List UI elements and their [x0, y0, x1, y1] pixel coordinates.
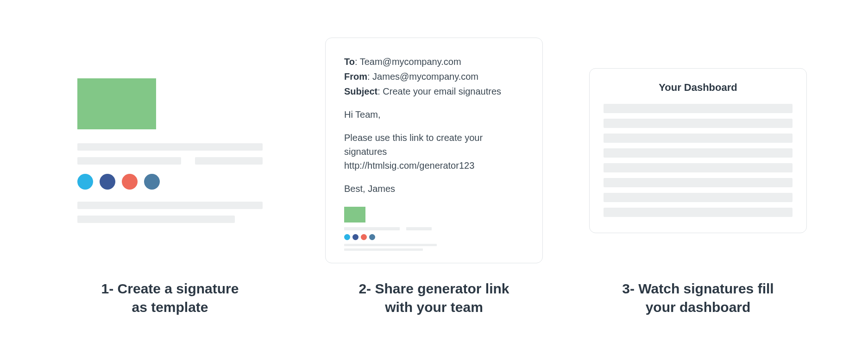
dashboard-row [604, 119, 793, 128]
email-preview-card: To: Team@mycompany.com From: James@mycom… [325, 38, 543, 263]
email-subject-line: Subject: Create your email signautres [344, 84, 524, 98]
placeholder-line [344, 227, 400, 230]
placeholder-line [77, 202, 263, 209]
mini-placeholder-row [344, 227, 524, 230]
email-body-link: http://htmlsig.com/generator123 [344, 159, 524, 172]
social-icons [77, 174, 263, 190]
dashboard-row [604, 193, 793, 202]
signature-image-placeholder [77, 78, 156, 129]
placeholder-line [195, 157, 263, 165]
email-body: Please use this link to create your sign… [344, 131, 524, 172]
linkedin-icon [144, 174, 160, 190]
email-signoff: Best, James [344, 182, 524, 196]
dashboard-row [604, 178, 793, 187]
step-1-illustration [61, 39, 279, 262]
google-plus-icon [122, 174, 138, 190]
step-1-caption: 1- Create a signature as template [101, 280, 239, 317]
steps-row: 1- Create a signature as template To: Te… [43, 39, 825, 317]
placeholder-line [344, 248, 423, 251]
signature-template-mock [77, 78, 263, 223]
email-subject-value: : Create your email signautres [377, 86, 501, 96]
placeholder-line-row [77, 157, 263, 165]
mini-signature-mock [344, 207, 524, 251]
facebook-icon [100, 174, 115, 190]
email-to-value: : Team@mycompany.com [355, 57, 461, 67]
placeholder-line [77, 143, 263, 151]
twitter-icon [344, 234, 350, 240]
placeholder-line [77, 216, 235, 223]
mini-signature-image-placeholder [344, 207, 365, 222]
placeholder-line [77, 157, 181, 165]
dashboard-title: Your Dashboard [604, 82, 793, 94]
step-2: To: Team@mycompany.com From: James@mycom… [325, 39, 543, 317]
step-2-illustration: To: Team@mycompany.com From: James@mycom… [325, 39, 543, 262]
dashboard-row [604, 104, 793, 113]
facebook-icon [352, 234, 359, 240]
step-3-caption: 3- Watch signatures fill your dashboard [622, 280, 774, 317]
placeholder-line [344, 244, 437, 246]
email-to-line: To: Team@mycompany.com [344, 55, 524, 69]
email-subject-label: Subject [344, 86, 377, 96]
email-from-label: From [344, 71, 367, 82]
step-2-caption: 2- Share generator link with your team [359, 280, 509, 317]
dashboard-row [604, 148, 793, 158]
twitter-icon [77, 174, 93, 190]
google-plus-icon [361, 234, 367, 240]
dashboard-rows [604, 104, 793, 217]
step-3-illustration: Your Dashboard [589, 39, 807, 262]
mini-social-icons [344, 234, 524, 240]
step-1: 1- Create a signature as template [61, 39, 279, 317]
email-from-value: : James@mycompany.com [367, 71, 478, 82]
email-from-line: From: James@mycompany.com [344, 70, 524, 83]
email-greeting: Hi Team, [344, 108, 524, 121]
email-to-label: To [344, 57, 355, 67]
email-body-line: Please use this link to create your sign… [344, 131, 524, 159]
dashboard-row [604, 163, 793, 172]
dashboard-row [604, 134, 793, 143]
placeholder-line [406, 227, 432, 230]
linkedin-icon [369, 234, 375, 240]
step-3: Your Dashboard 3- Watch signatures fill … [589, 39, 807, 317]
dashboard-preview-card: Your Dashboard [589, 68, 807, 233]
dashboard-row [604, 208, 793, 217]
